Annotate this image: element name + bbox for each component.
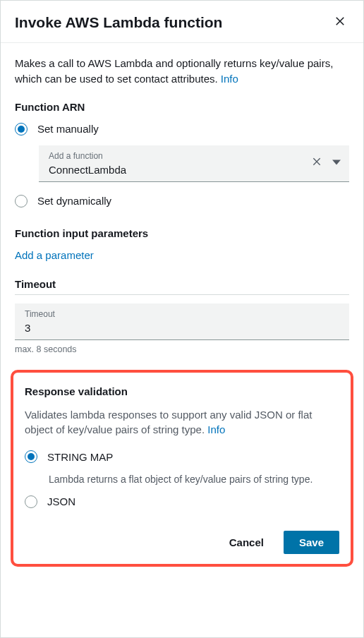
radio-set-dynamically[interactable]: Set dynamically: [15, 195, 349, 207]
panel-body: Makes a call to AWS Lambda and optionall…: [1, 43, 363, 637]
close-icon: [311, 157, 322, 169]
response-validation-label: Response validation: [25, 385, 339, 397]
radio-icon: [15, 123, 28, 136]
response-option-json: JSON: [25, 495, 339, 508]
info-link[interactable]: Info: [207, 423, 225, 435]
close-icon: [334, 19, 346, 30]
description-text: Makes a call to AWS Lambda and optionall…: [15, 57, 333, 85]
radio-json[interactable]: JSON: [25, 495, 339, 508]
radio-string-map[interactable]: STRING MAP: [25, 450, 339, 463]
caret-down-icon: [332, 157, 341, 169]
string-map-description: Lambda returns a flat object of key/valu…: [49, 473, 339, 487]
function-select[interactable]: Add a function ConnectLambda: [39, 145, 349, 182]
radio-icon: [25, 450, 37, 463]
select-placeholder: Add a function: [49, 151, 311, 161]
clear-selection-button[interactable]: [311, 156, 322, 170]
timeout-value: 3: [25, 322, 339, 334]
radio-label: Set manually: [37, 123, 99, 135]
invoke-lambda-panel: Invoke AWS Lambda function Makes a call …: [0, 0, 364, 638]
panel-description: Makes a call to AWS Lambda and optionall…: [15, 56, 349, 87]
panel-header: Invoke AWS Lambda function: [1, 1, 363, 43]
select-content: Add a function ConnectLambda: [49, 151, 311, 176]
close-button[interactable]: [331, 12, 349, 32]
timeout-input[interactable]: Timeout 3: [15, 303, 349, 340]
radio-icon: [25, 495, 37, 508]
function-select-wrapper: Add a function ConnectLambda: [39, 145, 349, 182]
radio-icon: [15, 195, 28, 207]
info-link[interactable]: Info: [221, 73, 238, 85]
radio-label: Set dynamically: [37, 195, 111, 207]
response-desc-text: Validates lambda responses to support an…: [25, 409, 312, 436]
radio-label: JSON: [47, 495, 75, 507]
response-option-string-map: STRING MAP Lambda returns a flat object …: [25, 450, 339, 487]
timeout-field-label: Timeout: [25, 309, 339, 319]
input-params-label: Function input parameters: [15, 227, 349, 239]
radio-label: STRING MAP: [47, 451, 113, 463]
footer-actions: Cancel Save: [25, 517, 339, 554]
add-parameter-link[interactable]: Add a parameter: [15, 249, 94, 261]
dropdown-toggle[interactable]: [332, 157, 341, 169]
radio-set-manually[interactable]: Set manually: [15, 123, 349, 136]
save-button[interactable]: Save: [284, 531, 339, 554]
timeout-section-label: Timeout: [15, 278, 349, 295]
function-arn-label: Function ARN: [15, 101, 349, 113]
cancel-button[interactable]: Cancel: [217, 531, 277, 554]
timeout-helper: max. 8 seconds: [15, 344, 349, 354]
response-validation-description: Validates lambda responses to support an…: [25, 407, 339, 438]
select-value: ConnectLambda: [49, 164, 311, 176]
select-actions: [311, 156, 341, 170]
panel-title: Invoke AWS Lambda function: [15, 14, 222, 31]
response-validation-highlight: Response validation Validates lambda res…: [11, 370, 353, 567]
